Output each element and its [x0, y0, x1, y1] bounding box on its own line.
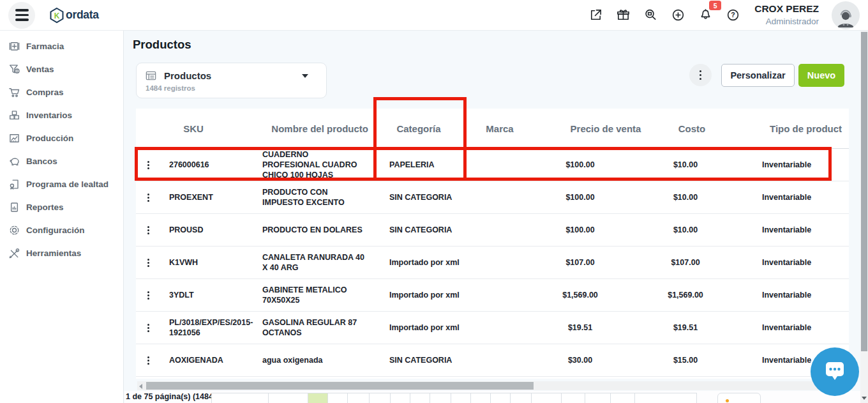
- row-category: Importado por xml: [373, 290, 464, 300]
- gift-icon[interactable]: [616, 8, 631, 22]
- zoom-search-icon[interactable]: [643, 8, 658, 22]
- horizontal-scrollbar[interactable]: [137, 381, 837, 390]
- sidebar-item-programa-de-lealtad[interactable]: Programa de lealtad: [0, 172, 123, 195]
- sidebar-item-configuracion[interactable]: Configuración: [0, 218, 123, 241]
- pagination-cell[interactable]: [561, 393, 585, 403]
- table-row[interactable]: K1VWH CANALETA RANURADA 40 X 40 ARG Impo…: [136, 247, 849, 279]
- pagination-cell-current[interactable]: [308, 393, 328, 403]
- pharmacy-icon: [8, 40, 20, 52]
- row-sku: PL/3018/EXP/ES/2015-1921056: [160, 317, 262, 338]
- chat-bubble-icon: [821, 358, 849, 386]
- scroll-left-arrow-icon[interactable]: [139, 384, 142, 389]
- column-header-nombre[interactable]: Nombre del producto: [262, 123, 373, 134]
- sidebar-item-herramientas[interactable]: Herramientas: [0, 241, 123, 264]
- notification-count-badge: 5: [709, 1, 721, 10]
- view-selector-value: Productos: [164, 70, 211, 81]
- pagination-tail-box[interactable]: [717, 393, 761, 403]
- personalize-button[interactable]: Personalizar: [721, 64, 795, 87]
- svg-text:?: ?: [731, 11, 735, 19]
- row-kebab-icon[interactable]: [145, 191, 152, 204]
- page-title: Productos: [133, 38, 191, 52]
- sidebar-item-compras[interactable]: Compras: [0, 80, 123, 103]
- pagination-cell[interactable]: [430, 393, 451, 403]
- shopping-cart-icon: [8, 86, 20, 98]
- row-kebab-icon[interactable]: [145, 321, 152, 335]
- column-header-costo[interactable]: Costo: [650, 123, 733, 134]
- column-header-tipo[interactable]: Tipo de product: [733, 123, 849, 134]
- list-view-icon: [145, 70, 157, 82]
- pagination-cell[interactable]: [369, 393, 391, 403]
- vertical-scrollbar-thumb[interactable]: [861, 32, 867, 351]
- pagination-cell[interactable]: [390, 393, 410, 403]
- new-button[interactable]: Nuevo: [798, 64, 844, 87]
- pagination-cell[interactable]: [531, 393, 562, 403]
- row-name: PRODUCTO CON IMPUESTO EXCENTO: [262, 187, 373, 208]
- sidebar-item-reportes[interactable]: Reportes: [0, 195, 123, 218]
- horizontal-scrollbar-thumb[interactable]: [146, 382, 534, 390]
- records-count: 1484 registros: [146, 84, 317, 92]
- table-row[interactable]: 3YDLT GABINETE METALICO 70X50X25 Importa…: [136, 279, 849, 312]
- pagination-cell[interactable]: [610, 393, 635, 403]
- pagination-cell[interactable]: [410, 393, 430, 403]
- vertical-scrollbar[interactable]: [860, 31, 868, 403]
- user-name: CROX PEREZ: [754, 3, 819, 15]
- pagination-cell[interactable]: [268, 393, 308, 403]
- plus-circle-icon[interactable]: [671, 8, 685, 22]
- hamburger-menu-button[interactable]: [8, 2, 35, 29]
- sidebar-item-inventarios[interactable]: Inventarios: [0, 103, 123, 126]
- row-kebab-icon[interactable]: [145, 158, 152, 172]
- pagination-cell[interactable]: [490, 393, 511, 403]
- piggy-bank-icon: [8, 155, 20, 167]
- sidebar-item-label: Reportes: [26, 202, 64, 212]
- pagination-cell[interactable]: [510, 393, 532, 403]
- table-row[interactable]: PL/3018/EXP/ES/2015-1921056 GASOLINA REG…: [136, 312, 849, 344]
- sidebar-item-ventas[interactable]: Ventas: [0, 57, 123, 80]
- column-header-precio[interactable]: Precio de venta: [535, 123, 650, 134]
- user-menu[interactable]: CROX PEREZ Administrador: [754, 3, 819, 27]
- sidebar-item-produccion[interactable]: Producción: [0, 126, 123, 149]
- external-link-icon[interactable]: [588, 8, 603, 22]
- pagination-cell[interactable]: [451, 393, 471, 403]
- column-header-sku[interactable]: SKU: [160, 123, 262, 134]
- pagination-cell[interactable]: [634, 393, 697, 403]
- row-name: CUADERNO PROFESIONAL CUADRO CHICO 100 HO…: [262, 149, 373, 181]
- table-body: 276000616 CUADERNO PROFESIONAL CUADRO CH…: [136, 149, 849, 377]
- app-logo[interactable]: K ordata: [49, 7, 99, 24]
- pagination-cell[interactable]: [585, 393, 611, 403]
- pagination-cell[interactable]: [211, 393, 269, 403]
- row-sku: PROUSD: [160, 225, 262, 235]
- more-options-button[interactable]: [689, 64, 712, 86]
- sidebar-item-label: Compras: [26, 87, 64, 97]
- row-kebab-icon[interactable]: [145, 256, 152, 270]
- pagination-cell[interactable]: [327, 393, 348, 403]
- topbar: K ordata 5 ? CROX PEREZ Administrador: [0, 0, 868, 31]
- pagination-cell[interactable]: [470, 393, 491, 403]
- row-kebab-icon[interactable]: [145, 224, 152, 237]
- gear-icon: [8, 224, 20, 236]
- notifications-bell-icon[interactable]: 5: [698, 8, 713, 22]
- row-category: PAPELERIA: [373, 160, 464, 170]
- table-row[interactable]: PROUSD PRODUCTO EN DOLARES SIN CATEGORIA…: [136, 214, 849, 247]
- sidebar: Farmacia Ventas Compras Inventarios Prod…: [0, 31, 124, 403]
- table-row[interactable]: AOXIGENADA agua oxigenada SIN CATEGORIA …: [136, 344, 849, 377]
- help-icon[interactable]: ?: [726, 8, 740, 22]
- column-header-categoria[interactable]: Categoría: [373, 123, 464, 134]
- scroll-down-arrow-icon[interactable]: [862, 397, 867, 400]
- sidebar-item-label: Configuración: [26, 225, 85, 235]
- pagination-cell[interactable]: [347, 393, 370, 403]
- table-row[interactable]: PROEXENT PRODUCTO CON IMPUESTO EXCENTO S…: [136, 181, 849, 214]
- sidebar-item-label: Bancos: [26, 156, 57, 166]
- row-sku: 276000616: [160, 160, 262, 170]
- sidebar-item-bancos[interactable]: Bancos: [0, 149, 123, 172]
- table-row[interactable]: 276000616 CUADERNO PROFESIONAL CUADRO CH…: [136, 149, 849, 181]
- row-kebab-icon[interactable]: [145, 289, 152, 302]
- sidebar-item-farmacia[interactable]: Farmacia: [0, 34, 123, 57]
- avatar[interactable]: [832, 1, 860, 29]
- view-selector-dropdown[interactable]: Productos 1484 registros: [136, 63, 327, 98]
- row-kebab-icon[interactable]: [145, 354, 152, 367]
- column-header-marca[interactable]: Marca: [464, 123, 535, 134]
- row-cost: $19.51: [650, 323, 733, 333]
- row-category: Importado por xml: [373, 257, 464, 268]
- row-price: $100.00: [535, 225, 650, 235]
- chat-launcher-button[interactable]: [811, 347, 859, 396]
